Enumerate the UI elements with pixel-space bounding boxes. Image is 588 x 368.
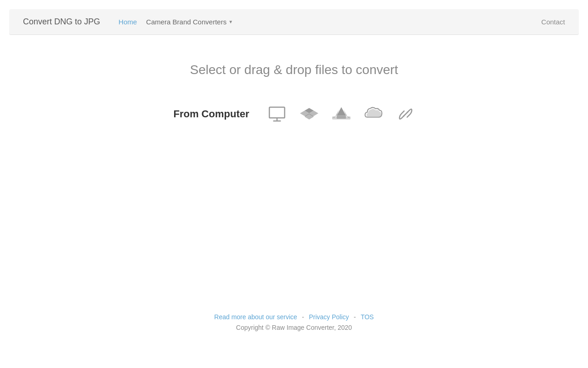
privacy-policy-link[interactable]: Privacy Policy [309,313,349,321]
contact-link[interactable]: Contact [541,18,565,26]
separator-2: - [354,313,356,321]
svg-rect-11 [332,116,351,120]
from-computer-label: From Computer [174,108,249,120]
copyright-text: Copyright © Raw Image Converter, 2020 [0,324,588,331]
google-drive-icon[interactable] [332,105,351,123]
main-content: Select or drag & drop files to convert F… [0,35,588,169]
nav-converters[interactable]: Camera Brand Converters ▼ [146,18,233,26]
upload-section: From Computer [174,105,415,123]
separator-1: - [302,313,304,321]
dropbox-icon[interactable] [300,105,318,123]
page-title: Select or drag & drop files to convert [190,63,398,77]
converters-link[interactable]: Camera Brand Converters ▼ [146,18,233,26]
onedrive-icon[interactable] [364,105,383,123]
upload-icons [268,105,415,123]
svg-rect-0 [269,107,284,118]
chevron-down-icon: ▼ [228,19,233,24]
brand-logo[interactable]: Convert DNG to JPG [23,17,100,27]
nav-home[interactable]: Home [119,18,137,26]
link-icon[interactable] [396,105,415,123]
footer-links: Read more about our service - Privacy Po… [0,313,588,321]
tos-link[interactable]: TOS [361,313,374,321]
home-link[interactable]: Home [119,18,137,26]
navbar: Convert DNG to JPG Home Camera Brand Con… [9,9,579,35]
footer: Read more about our service - Privacy Po… [0,313,588,331]
svg-line-12 [403,112,408,116]
read-more-link[interactable]: Read more about our service [214,313,297,321]
computer-icon[interactable] [268,105,286,123]
